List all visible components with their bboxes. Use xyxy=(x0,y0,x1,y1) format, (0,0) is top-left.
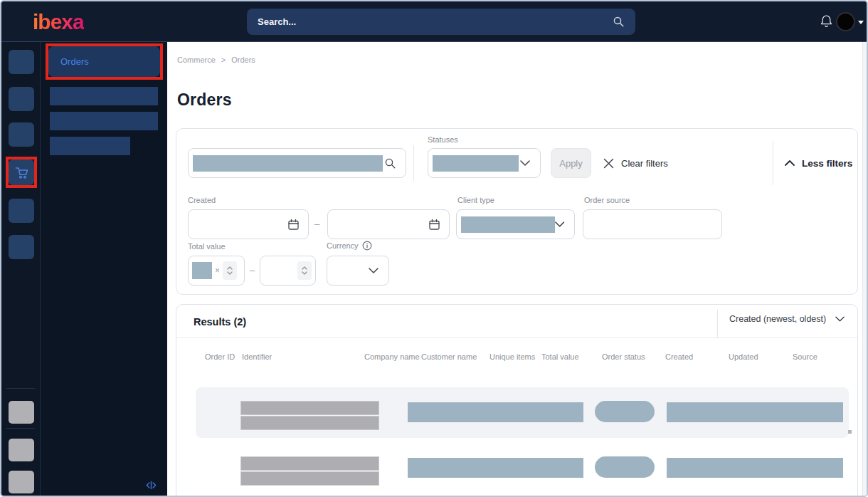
apply-button[interactable]: Apply xyxy=(551,148,591,178)
customer-placeholder xyxy=(408,458,583,478)
col-order-id: Order ID xyxy=(205,352,242,362)
search-icon xyxy=(384,157,396,169)
col-created: Created xyxy=(665,352,729,362)
rail-bottom-item-3[interactable] xyxy=(9,471,34,493)
chevron-down-icon xyxy=(835,316,845,322)
scroll-artifact xyxy=(848,430,852,434)
number-stepper[interactable] xyxy=(223,261,237,280)
date-range-separator: – xyxy=(314,209,319,239)
stepper-arrows-icon xyxy=(301,266,308,276)
created-label: Created xyxy=(188,196,216,204)
stepper-arrows-icon xyxy=(226,266,233,276)
sidebar-item-placeholder[interactable] xyxy=(50,87,158,105)
col-updated: Updated xyxy=(729,352,793,362)
annotation-box-cart xyxy=(6,157,37,188)
results-header-divider xyxy=(176,338,857,338)
global-search-input[interactable]: Search... xyxy=(247,9,635,35)
chevron-down-icon xyxy=(369,268,379,273)
rail-item-commerce[interactable] xyxy=(9,159,34,185)
created-to-date-input[interactable] xyxy=(327,209,450,239)
col-identifier: Identifier xyxy=(242,352,364,362)
col-customer-name: Customer name xyxy=(421,352,489,362)
table-row[interactable] xyxy=(196,387,849,438)
ibexa-logo[interactable]: ibexa xyxy=(33,10,84,34)
chevron-down-icon xyxy=(555,221,564,227)
sidebar-collapse-icon[interactable] xyxy=(145,480,157,491)
order-source-input[interactable] xyxy=(583,209,722,239)
currency-dropdown[interactable] xyxy=(327,256,389,286)
chevron-down-icon xyxy=(520,160,530,166)
total-value-min-placeholder xyxy=(192,262,212,279)
scrollbar[interactable] xyxy=(862,42,867,496)
less-filters-label: Less filters xyxy=(802,158,852,169)
table-row[interactable] xyxy=(196,451,849,496)
identifier-placeholder xyxy=(240,401,379,415)
clear-filters-button[interactable]: Clear filters xyxy=(603,148,668,178)
created-from-date-input[interactable] xyxy=(188,209,309,239)
value-range-separator: – xyxy=(250,256,255,286)
total-value-label: Total value xyxy=(188,242,226,251)
rail-bottom-item-1[interactable] xyxy=(9,401,34,424)
filter-divider xyxy=(413,145,414,181)
client-type-label: Client type xyxy=(457,196,494,204)
identifier-placeholder xyxy=(240,456,379,471)
notifications-bell-icon[interactable] xyxy=(820,14,833,29)
shopping-cart-icon xyxy=(14,166,29,179)
currency-label: Currency xyxy=(327,241,359,250)
top-bar: ibexa Search... xyxy=(1,1,867,42)
rail-item-5[interactable] xyxy=(9,199,34,223)
less-filters-button[interactable]: Less filters xyxy=(785,148,852,178)
results-panel: Results (2) Created (newest, oldest) Ord… xyxy=(176,304,858,496)
customer-placeholder xyxy=(408,402,583,422)
sidebar-item-placeholder[interactable] xyxy=(50,112,158,130)
results-divider xyxy=(717,310,718,338)
col-total-value: Total value xyxy=(541,352,602,362)
sidebar-item-orders[interactable]: Orders xyxy=(48,46,160,77)
chevron-up-icon xyxy=(785,160,795,166)
number-stepper[interactable] xyxy=(297,261,312,280)
user-avatar[interactable] xyxy=(836,12,855,31)
filter-search-input[interactable] xyxy=(188,148,406,178)
breadcrumb-separator: > xyxy=(221,56,226,64)
total-value-min-input[interactable]: × xyxy=(188,256,245,286)
rail-item-2[interactable] xyxy=(9,87,34,111)
total-value-max-input[interactable] xyxy=(260,256,316,286)
rail-item-6[interactable] xyxy=(9,235,34,259)
sort-dropdown[interactable]: Created (newest, oldest) xyxy=(729,314,845,324)
col-company-name: Company name xyxy=(364,352,421,362)
clear-value-icon[interactable]: × xyxy=(215,266,220,276)
statuses-value-placeholder xyxy=(433,155,519,172)
icon-rail xyxy=(1,42,41,496)
breadcrumb-commerce[interactable]: Commerce xyxy=(177,56,216,64)
rail-divider xyxy=(6,388,35,389)
search-placeholder: Search... xyxy=(258,16,296,27)
filter-divider xyxy=(773,141,773,185)
col-unique-items: Unique items xyxy=(489,352,541,362)
statuses-label: Statuses xyxy=(428,135,458,144)
rail-divider xyxy=(6,428,35,429)
client-type-value-placeholder xyxy=(461,216,555,233)
order-status-badge xyxy=(595,456,655,478)
orders-admin-page: { "topbar": { "logo": "ibexa", "search":… xyxy=(0,0,868,497)
filter-search-value-placeholder xyxy=(193,155,383,172)
identifier-placeholder xyxy=(240,416,379,430)
close-icon xyxy=(603,158,614,169)
currency-label-group: Currency xyxy=(327,241,372,251)
user-menu-caret-icon[interactable] xyxy=(858,21,864,24)
secondary-sidebar: Orders xyxy=(41,42,167,496)
dates-source-placeholder xyxy=(667,458,843,478)
statuses-dropdown[interactable] xyxy=(428,148,541,178)
order-status-badge xyxy=(595,401,655,422)
sidebar-item-placeholder[interactable] xyxy=(50,137,130,155)
identifier-placeholder xyxy=(240,471,379,486)
info-icon[interactable] xyxy=(362,241,372,251)
dates-source-placeholder xyxy=(667,402,843,422)
client-type-dropdown[interactable] xyxy=(456,209,575,239)
table-header-row: Order ID Identifier Company name Custome… xyxy=(205,352,842,362)
rail-item-1[interactable] xyxy=(9,50,34,74)
breadcrumb-orders[interactable]: Orders xyxy=(231,56,255,64)
rail-bottom-item-2[interactable] xyxy=(9,439,34,461)
page-title: Orders xyxy=(177,90,232,110)
rail-item-3[interactable] xyxy=(9,122,34,147)
search-icon xyxy=(613,16,625,28)
